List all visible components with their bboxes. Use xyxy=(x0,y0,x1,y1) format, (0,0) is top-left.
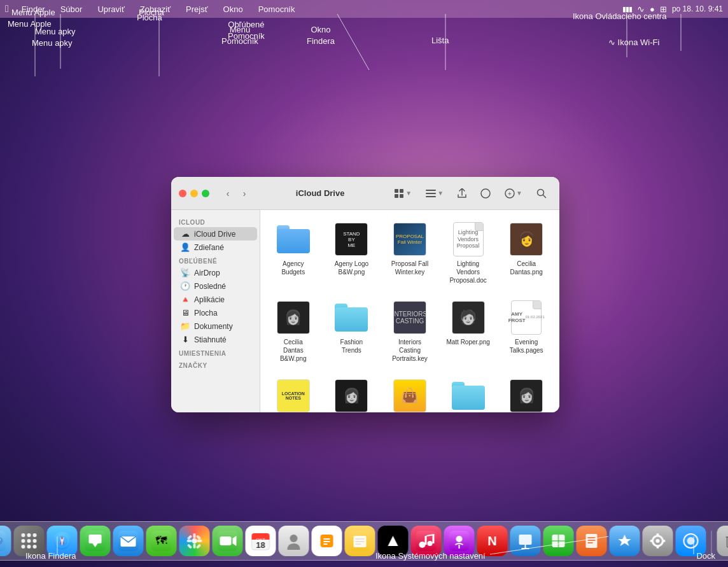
pomocnik-menu[interactable]: Pomocník xyxy=(256,3,298,15)
svg-point-70 xyxy=(419,542,426,548)
image-icon-vera: 👩 xyxy=(508,378,544,412)
file-item-tote-bag[interactable]: 👜 Tote Bag.jpg xyxy=(384,374,435,412)
dock-contacts[interactable] xyxy=(279,526,309,556)
finder-titlebar: ‹ › iCloud Drive ▼ ▼ xyxy=(171,177,559,210)
dock-trash[interactable] xyxy=(717,526,729,556)
image-icon-abby: 👩 xyxy=(333,378,369,412)
dock-numbers[interactable] xyxy=(543,526,574,556)
wifi-icon[interactable]: ∿ xyxy=(637,4,645,14)
zdielane-label: Zdieľané xyxy=(194,243,224,252)
view-grid-button[interactable]: ▼ xyxy=(389,186,417,201)
svg-text:N: N xyxy=(487,534,496,548)
dock-keynote[interactable] xyxy=(510,526,541,556)
file-item-locations-notes[interactable]: LOCATIONNOTES LocationsNotes.key xyxy=(268,374,319,412)
svg-point-31 xyxy=(27,545,31,549)
image-icon-ageny-logo: STANDBYME xyxy=(333,221,369,257)
dock-news[interactable]: N xyxy=(477,526,508,556)
minimize-button[interactable] xyxy=(190,190,198,197)
sidebar-item-plocha[interactable]: 🖥 Plocha xyxy=(174,306,257,319)
doc-icon-lighting: LightingVendorsProposal xyxy=(451,221,486,257)
menubar-right: ▮▮▮ ∿ ● ⊞ po 18. 10. 9:41 xyxy=(622,4,723,14)
file-item-evening-talks[interactable]: AMY FROST 01.02.2021 EveningTalks.pages xyxy=(501,296,552,367)
dock-preferences[interactable] xyxy=(643,526,673,556)
svg-rect-48 xyxy=(196,535,201,540)
dock-calendar[interactable]: 18 OKT xyxy=(246,526,276,556)
svg-point-59 xyxy=(290,535,298,542)
sidebar-item-airdrop[interactable]: 📡 AirDrop xyxy=(174,266,257,279)
close-button[interactable] xyxy=(179,190,186,197)
file-label-lighting-vendors: Lighting VendorsProposal.doc xyxy=(445,260,491,284)
icloud-drive-label: iCloud Drive xyxy=(194,230,235,239)
apple-menu-icon[interactable]:  xyxy=(5,3,9,15)
dock-facetime[interactable] xyxy=(213,526,243,556)
dock-messages[interactable] xyxy=(80,526,111,556)
sidebar-item-icloud-drive[interactable]: ☁ iCloud Drive xyxy=(174,227,257,241)
folder-icon-agency xyxy=(276,221,311,257)
svg-rect-50 xyxy=(196,543,201,549)
dock-notes[interactable] xyxy=(345,526,375,556)
sidebar-item-posledne[interactable]: 🕐 Posledné xyxy=(174,279,257,293)
traffic-lights xyxy=(179,190,209,197)
svg-rect-84 xyxy=(586,534,598,548)
svg-rect-44 xyxy=(193,543,196,549)
search-icon[interactable]: ● xyxy=(650,4,655,14)
stiahnuté-label: Stiahnuté xyxy=(194,335,227,344)
subor-menu[interactable]: Súbor xyxy=(58,3,85,15)
control-center-icon[interactable]: ⊞ xyxy=(660,4,667,14)
file-item-vera-san[interactable]: 👩 Vera San.png xyxy=(501,374,552,412)
okno-menu[interactable]: Okno xyxy=(221,3,246,15)
file-item-lighting-vendors[interactable]: LightingVendorsProposal Lighting Vendors… xyxy=(443,218,494,288)
svg-rect-52 xyxy=(220,536,232,545)
search-button[interactable] xyxy=(531,186,552,201)
file-item-cecilia-bw[interactable]: 👩 CeciliaDantas B&W.png xyxy=(268,296,319,367)
dock-safari[interactable] xyxy=(47,526,78,556)
file-item-abby[interactable]: 👩 Abby.png xyxy=(326,374,377,412)
key-icon-proposal: PROPOSALFall Winter xyxy=(392,221,428,257)
finder-body: iCloud ☁ iCloud Drive 👤 Zdieľané Obľúben… xyxy=(171,210,559,412)
prejst-menu[interactable]: Prejsť xyxy=(183,3,211,15)
view-list-button[interactable]: ▼ xyxy=(421,186,449,201)
file-item-fashion-trends[interactable]: FashionTrends xyxy=(326,296,377,367)
sidebar-item-zdielane[interactable]: 👤 Zdieľané xyxy=(174,241,257,254)
dock-pages[interactable] xyxy=(577,526,607,556)
dock-mail[interactable] xyxy=(113,526,144,556)
svg-rect-1 xyxy=(400,189,403,193)
dock-maps[interactable]: 🗺 xyxy=(146,526,177,556)
dock-appstore[interactable] xyxy=(610,526,640,556)
sidebar-item-aplikacie[interactable]: 🔺 Aplikácie xyxy=(174,293,257,306)
oblubene-section-label: Obľúbené xyxy=(171,254,260,266)
svg-point-27 xyxy=(22,539,25,543)
file-item-agency-budgets[interactable]: AgencyBudgets xyxy=(268,218,319,288)
dock-appletv[interactable] xyxy=(378,526,409,556)
dock-launchpad[interactable] xyxy=(14,526,45,556)
svg-rect-3 xyxy=(400,194,403,198)
svg-rect-49 xyxy=(187,543,192,549)
file-item-cecilia-dantas[interactable]: 👩 CeciliaDantas.png xyxy=(501,218,552,288)
back-button[interactable]: ‹ xyxy=(221,186,235,200)
dock-screensaver[interactable] xyxy=(676,526,706,556)
forward-button[interactable]: › xyxy=(237,186,251,200)
upravit-menu[interactable]: Upraviť xyxy=(95,3,127,15)
file-item-interiors[interactable]: INTERIORSCASTING Interiors CastingPortra… xyxy=(384,296,435,367)
file-item-ageny-logo[interactable]: STANDBYME Ageny LogoB&W.png xyxy=(326,218,377,288)
share-button[interactable] xyxy=(452,186,472,201)
action-button[interactable]: + ▼ xyxy=(500,186,528,201)
file-item-matt-roper[interactable]: 🧑 Matt Roper.png xyxy=(443,296,494,367)
tag-button[interactable] xyxy=(475,186,496,201)
sidebar-item-dokumenty[interactable]: 📁 Dokumenty xyxy=(174,319,257,333)
sidebar-item-stiahnuté[interactable]: ⬇ Stiahnuté xyxy=(174,333,257,346)
file-item-talent-deck[interactable]: Talent Deck xyxy=(443,374,494,412)
dock-reminders[interactable] xyxy=(312,526,342,556)
folder-icon-fashion xyxy=(333,300,369,335)
dock-podcasts[interactable] xyxy=(444,526,475,556)
svg-rect-5 xyxy=(426,193,436,194)
svg-rect-92 xyxy=(650,540,654,542)
dock-music[interactable] xyxy=(411,526,442,556)
svg-point-26 xyxy=(33,533,37,537)
file-item-proposal-fall[interactable]: PROPOSALFall Winter Proposal FallWinter.… xyxy=(384,218,435,288)
dock-photos[interactable] xyxy=(179,526,210,556)
dock-finder[interactable] xyxy=(0,526,11,556)
finder-menu[interactable]: Finder xyxy=(19,3,48,15)
maximize-button[interactable] xyxy=(202,190,209,197)
zobrazit-menu[interactable]: Zobraziť xyxy=(137,3,173,15)
